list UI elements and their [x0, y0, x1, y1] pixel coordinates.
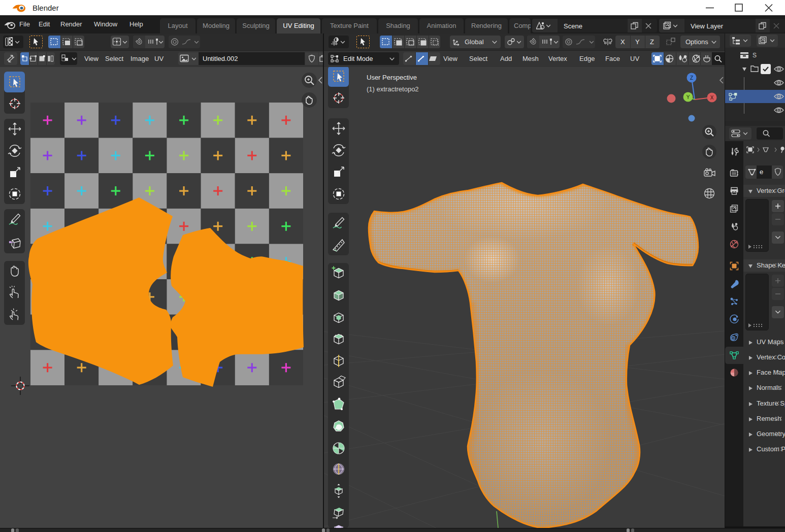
svg-text:Y: Y — [686, 94, 690, 100]
svg-text:X: X — [710, 95, 714, 101]
svg-text:Z: Z — [690, 75, 693, 81]
